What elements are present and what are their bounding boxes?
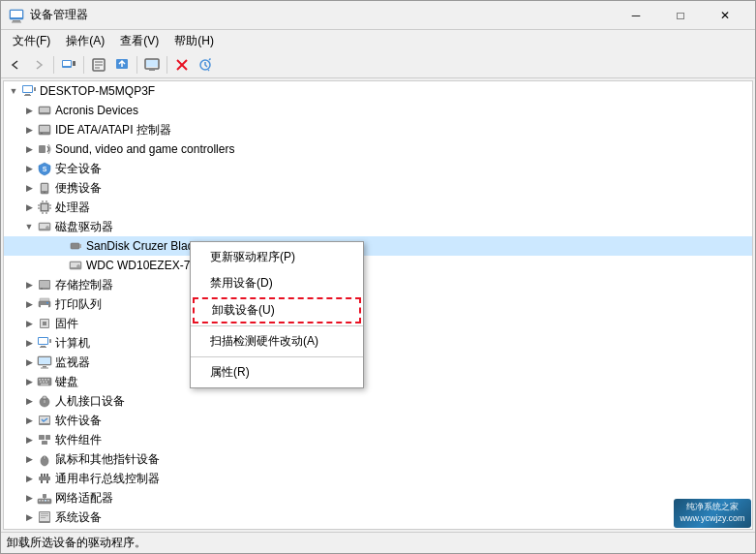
expand-storage[interactable]: ▶: [21, 277, 37, 292]
menu-action[interactable]: 操作(A): [58, 31, 112, 51]
scan-button[interactable]: [195, 54, 216, 76]
tree-item-ide[interactable]: ▶ IDE ATA/ATAPI 控制器: [4, 120, 752, 139]
expand-processor[interactable]: ▶: [21, 200, 37, 215]
context-update-driver[interactable]: 更新驱动程序(P): [191, 244, 363, 270]
tree-item-keyboard[interactable]: ▶ 键盘: [4, 372, 752, 391]
svg-rect-48: [79, 244, 81, 248]
main-content: ▼ DESKTOP-M5MQP3F ▶: [1, 78, 755, 532]
menu-help[interactable]: 帮助(H): [166, 31, 222, 51]
tree-item-storage[interactable]: ▶ 存储控制器: [4, 275, 752, 294]
svg-rect-66: [40, 347, 46, 348]
expand-system[interactable]: ▶: [21, 509, 37, 525]
tree-item-computer-label: 计算机: [55, 335, 90, 352]
context-scan-hardware[interactable]: 扫描检测硬件改动(A): [191, 328, 363, 354]
expand-print[interactable]: ▶: [21, 296, 37, 312]
tree-item-security[interactable]: ▶ S 安全设备: [4, 159, 752, 178]
tree-item-print[interactable]: ▶ 打印队列: [4, 294, 752, 314]
menu-bar: 文件(F) 操作(A) 查看(V) 帮助(H): [1, 30, 755, 51]
expand-acronis[interactable]: ▶: [21, 103, 37, 118]
device-tree[interactable]: ▼ DESKTOP-M5MQP3F ▶: [3, 80, 753, 530]
tree-item-sandisk[interactable]: ▶ SanDisk Cruzer Blade USB De…: [4, 236, 752, 256]
expand-mouse[interactable]: ▶: [21, 451, 37, 467]
icon-security: S: [37, 161, 52, 176]
tree-item-sound[interactable]: ▶ Sound, video and game controllers: [4, 139, 752, 159]
svg-rect-82: [44, 397, 46, 399]
context-properties[interactable]: 属性(R): [191, 359, 363, 385]
tree-item-acronis-label: Acronis Devices: [55, 104, 138, 117]
expand-disk[interactable]: ▼: [21, 219, 37, 234]
monitor-button[interactable]: [141, 54, 163, 76]
forward-icon: [32, 58, 45, 72]
tree-item-serial-label: 通用串行总线控制器: [55, 471, 160, 487]
expand-sound[interactable]: ▶: [21, 141, 37, 157]
expand-network[interactable]: ▶: [21, 490, 37, 506]
tree-item-portable[interactable]: ▶ 便携设备: [4, 178, 752, 198]
expand-root[interactable]: ▼: [6, 83, 21, 99]
tree-item-serial[interactable]: ▶ 通用串行总线控制器: [4, 469, 752, 488]
expand-software[interactable]: ▶: [21, 413, 37, 428]
update-driver-button[interactable]: [111, 54, 133, 76]
icon-firmware: [37, 316, 52, 331]
menu-view[interactable]: 查看(V): [112, 31, 166, 51]
expand-firmware[interactable]: ▶: [21, 316, 37, 331]
tree-item-firmware[interactable]: ▶ 固件: [4, 314, 752, 333]
tree-item-software[interactable]: ▶ 软件设备: [4, 411, 752, 430]
tree-item-root-label: DESKTOP-M5MQP3F: [40, 84, 155, 98]
tree-item-root[interactable]: ▼ DESKTOP-M5MQP3F: [4, 81, 752, 101]
icon-storage: [37, 277, 52, 292]
expand-security[interactable]: ▶: [21, 161, 37, 176]
tree-item-wdc[interactable]: ▶ WDC WD10EZEX-75WN4A1: [4, 256, 752, 275]
tree-item-processor[interactable]: ▶ 处理器: [4, 198, 752, 217]
watermark-text: 纯净系统之家 www.ycwjzy.com: [680, 502, 745, 524]
tree-item-acronis[interactable]: ▶ Acronis Devices: [4, 101, 752, 120]
properties-button[interactable]: [88, 54, 109, 76]
svg-rect-93: [41, 474, 43, 477]
tree-item-computer[interactable]: ▶ 计算机: [4, 333, 752, 353]
forward-button[interactable]: [28, 54, 49, 76]
svg-rect-27: [41, 133, 43, 134]
minimize-button[interactable]: ─: [614, 1, 658, 30]
svg-rect-13: [146, 60, 158, 67]
expand-computer[interactable]: ▶: [21, 335, 37, 351]
expand-hid[interactable]: ▶: [21, 393, 37, 409]
close-button[interactable]: ✕: [703, 1, 747, 30]
expand-serial[interactable]: ▶: [21, 471, 37, 486]
svg-rect-76: [40, 382, 42, 384]
tree-item-monitor[interactable]: ▶ 监视器: [4, 353, 752, 372]
svg-rect-79: [41, 384, 48, 385]
tree-item-system[interactable]: ▶ 系统设备: [4, 508, 752, 527]
svg-rect-61: [43, 322, 46, 325]
tree-item-network[interactable]: ▶ 网络适配器: [4, 488, 752, 508]
back-button[interactable]: [5, 54, 26, 76]
tree-item-sound-label: Sound, video and game controllers: [55, 142, 234, 156]
expand-ide[interactable]: ▶: [21, 122, 37, 138]
svg-rect-21: [25, 94, 30, 95]
tree-item-disk[interactable]: ▼ 磁盘驱动器: [4, 217, 752, 236]
maximize-button[interactable]: □: [658, 1, 703, 30]
icon-disk: [37, 219, 52, 234]
icon-computer2: [37, 335, 52, 351]
svg-rect-96: [41, 480, 43, 483]
expand-softcomp[interactable]: ▶: [21, 432, 37, 447]
toolbar-sep-4: [166, 56, 167, 74]
title-controls: ─ □ ✕: [614, 1, 747, 30]
svg-rect-73: [42, 379, 44, 381]
icon-hid: [37, 393, 52, 409]
device-manager-button[interactable]: [58, 54, 79, 76]
expand-keyboard[interactable]: ▶: [21, 374, 37, 389]
menu-file[interactable]: 文件(F): [5, 31, 58, 51]
expand-portable[interactable]: ▶: [21, 180, 37, 196]
expand-monitor[interactable]: ▶: [21, 354, 37, 370]
context-disable-device[interactable]: 禁用设备(D): [191, 270, 363, 296]
tree-item-hid[interactable]: ▶ 人机接口设备: [4, 391, 752, 411]
tree-item-softcomp[interactable]: ▶ 软件组件: [4, 430, 752, 449]
tree-item-mouse-label: 鼠标和其他指针设备: [55, 451, 160, 468]
tree-item-mouse[interactable]: ▶ 鼠标和其他指针设备: [4, 449, 752, 469]
context-uninstall-device[interactable]: 卸载设备(U): [193, 297, 361, 323]
icon-wdc: [68, 258, 83, 273]
window-title: 设备管理器: [30, 7, 88, 23]
delete-button[interactable]: [171, 54, 193, 76]
svg-rect-86: [39, 435, 45, 440]
watermark: 纯净系统之家 www.ycwjzy.com: [674, 499, 751, 528]
svg-rect-75: [47, 379, 49, 381]
